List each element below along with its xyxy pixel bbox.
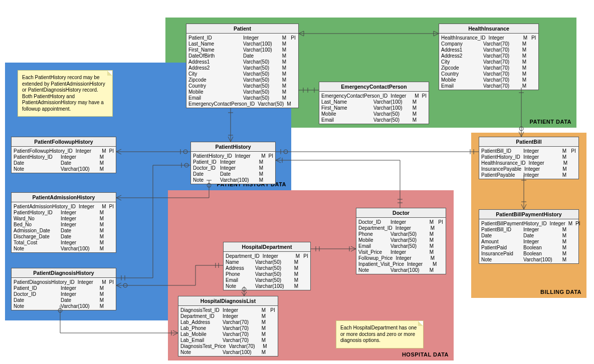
entity-row: Lab_MobileVarchar(70)M <box>180 331 276 337</box>
entity-row: Visit_PriceIntegerM <box>358 249 444 255</box>
entity-row: PatientDiagnosisHistory_IDIntegerMPI <box>14 279 114 285</box>
entity-row: PatientPaidBooleanM <box>481 244 576 250</box>
entity-title: PatientHistory <box>191 142 275 152</box>
entity-title: Doctor <box>356 208 446 218</box>
entity-doctor[interactable]: DoctorDoctor_IDIntegerMPIDepartment_IDIn… <box>356 208 446 274</box>
entity-title: PatientBillPaymentHistory <box>479 210 578 219</box>
note-patient-history: Each PatientHistory record may be extend… <box>18 70 113 117</box>
entity-row: HealthInsurance_IDIntegerMPI <box>441 35 536 41</box>
entity-row: DateOfBirthDateM <box>188 53 296 59</box>
entity-title: EmergencyContactPerson <box>319 82 429 92</box>
entity-patient-diagnosis[interactable]: PatientDiagnosisHistoryPatientDiagnosisH… <box>11 268 116 310</box>
entity-emergency-contact[interactable]: EmergencyContactPersonEmergencyContactPe… <box>319 82 429 124</box>
entity-row: Address2Varchar(50)M <box>188 65 296 71</box>
entity-row: EmailVarchar(50)M <box>321 117 427 123</box>
zone-label-patient: PATIENT DATA <box>530 119 571 125</box>
entity-row: Followup_PriceIntegerM <box>358 255 444 261</box>
entity-patient-bill-payment[interactable]: PatientBillPaymentHistoryPatientBillPaym… <box>479 209 579 264</box>
entity-row: EmergencyContactPerson_IDIntegerMPI <box>321 93 427 99</box>
entity-row: Bed_NoIntegerM <box>14 221 114 227</box>
entity-row: Patient_IDIntegerM <box>14 285 114 291</box>
entity-row: NoteVarchar(100)M <box>14 166 114 172</box>
entity-row: NameVarchar(50)M <box>226 259 308 265</box>
entity-row: PatientBill_IDIntegerM <box>481 226 576 232</box>
entity-row: NoteVarchar(100)M <box>180 349 276 355</box>
entity-row: EmailVarchar(50)M <box>358 243 444 249</box>
entity-patient-history[interactable]: PatientHistoryPatientHistory_IDIntegerMP… <box>190 142 276 184</box>
entity-row: PatientHistory_IDIntegerMPI <box>193 153 273 159</box>
entity-row: Ward_NoIntegerM <box>14 215 114 221</box>
entity-row: Doctor_IDIntegerM <box>193 165 273 171</box>
entity-row: InsurancePaidBooleanM <box>481 250 576 256</box>
entity-row: PatientFollowupHistory_IDIntegerMPI <box>14 148 114 154</box>
entity-row: PhoneVarchar(50)M <box>226 271 308 277</box>
entity-patient-bill[interactable]: PatientBillPatientBill_IDIntegerMPIPatie… <box>479 137 579 179</box>
entity-row: HealthInsurance_IDIntegerM <box>481 160 576 166</box>
entity-row: Lab_PhoneVarchar(70)M <box>180 325 276 331</box>
entity-row: Discharge_DateDateM <box>14 233 114 239</box>
entity-row: PhoneVarchar(50)M <box>358 231 444 237</box>
entity-row: Department_IDIntegerMPI <box>226 253 308 259</box>
entity-row: Address2Varchar(70)M <box>441 53 536 59</box>
entity-row: Last_NameVarchar(100)M <box>188 41 296 47</box>
entity-hospital-diagnosis[interactable]: HospitalDiagnosisListDiagnosisTest_IDInt… <box>178 296 278 356</box>
entity-row: PatientHistory_IDIntegerM <box>481 154 576 160</box>
entity-row: CityVarchar(70)M <box>441 59 536 65</box>
entity-row: NoteVarchar(100)M <box>358 267 444 273</box>
entity-title: HospitalDiagnosisList <box>178 296 278 306</box>
entity-row: DateDateM <box>14 160 114 166</box>
entity-health-insurance[interactable]: HealthInsuranceHealthInsurance_IDInteger… <box>439 24 539 90</box>
entity-patient-admission[interactable]: PatientAdmissionHistoryPatientAdmissionH… <box>11 192 116 253</box>
entity-row: NoteVarchar(100)M <box>14 303 114 309</box>
entity-row: Lab_AddressVarchar(70)M <box>180 319 276 325</box>
entity-title: PatientDiagnosisHistory <box>12 268 116 278</box>
entity-row: MobileVarchar(50)M <box>358 237 444 243</box>
entity-row: CityVarchar(50)M <box>188 71 296 77</box>
entity-row: CountryVarchar(50)M <box>188 83 296 89</box>
entity-row: Last_NameVarchar(100)M <box>321 99 427 105</box>
entity-row: Address1Varchar(50)M <box>188 59 296 65</box>
entity-row: DiagnosisTest_IDIntegerMPI <box>180 307 276 313</box>
entity-row: PatientPayableIntegerM <box>481 172 576 178</box>
entity-row: Address1Varchar(70)M <box>441 47 536 53</box>
entity-row: EmergencyContactPerson_IDVarchar(50)M <box>188 101 296 107</box>
entity-title: PatientBill <box>479 137 578 147</box>
entity-patient-followup[interactable]: PatientFollowupHistoryPatientFollowupHis… <box>11 137 116 173</box>
entity-row: PatientHistory_IDIntegerM <box>14 209 114 215</box>
entity-row: InsurancePayableIntegerM <box>481 166 576 172</box>
entity-row: MobileVarchar(50)M <box>321 111 427 117</box>
entity-row: ZipcodeVarchar(50)M <box>188 77 296 83</box>
entity-row: ZipcodeVarchar(70)M <box>441 65 536 71</box>
entity-patient[interactable]: PatientPatient_IDIntegerMPILast_NameVarc… <box>186 24 299 108</box>
entity-row: PatientAdmissionHistory_IDIntegerMPI <box>14 203 114 209</box>
entity-title: PatientFollowupHistory <box>12 137 116 147</box>
entity-row: EmailVarchar(70)M <box>441 83 536 89</box>
entity-row: CountryVarchar(70)M <box>441 71 536 77</box>
entity-row: Lab_EmailVarchar(70)M <box>180 337 276 343</box>
entity-title: Patient <box>186 24 298 34</box>
entity-row: Patient_IDIntegerMPI <box>188 35 296 41</box>
entity-row: NoteVarchar(100)M <box>14 245 114 251</box>
entity-row: Doctor_IDIntegerMPI <box>358 219 444 225</box>
entity-row: MobileVarchar(70)M <box>441 77 536 83</box>
entity-row: Patient_IDIntegerM <box>193 159 273 165</box>
entity-hospital-department[interactable]: HospitalDepartmentDepartment_IDIntegerMP… <box>223 242 311 290</box>
entity-row: NoteVarchar(100)M <box>481 256 576 262</box>
entity-row: PatientBillPaymentHistory_IDIntegerMPI <box>481 220 576 226</box>
zone-label-hospital: HOSPITAL DATA <box>402 351 449 357</box>
entity-row: Total_CostIntegerM <box>14 239 114 245</box>
zone-label-billing: BILLING DATA <box>540 289 581 295</box>
entity-row: DateDateM <box>14 297 114 303</box>
entity-row: DateDateM <box>481 232 576 238</box>
entity-row: AddressVarchar(50)M <box>226 265 308 271</box>
entity-title: HospitalDepartment <box>224 242 310 252</box>
entity-row: DiagnosisTest_PriceVarchar(70)M <box>180 343 276 349</box>
entity-row: EmailVarchar(50)M <box>188 95 296 101</box>
entity-row: Department_IDIntegerM <box>180 313 276 319</box>
entity-row: EmailVarchar(50)M <box>226 277 308 283</box>
entity-row: First_NameVarchar(100)M <box>188 47 296 53</box>
entity-row: NoteVarchar(100)M <box>226 283 308 289</box>
entity-row: DateDateM <box>193 171 273 177</box>
entity-row: MobileVarchar(50)M <box>188 89 296 95</box>
entity-title: PatientAdmissionHistory <box>12 193 116 202</box>
